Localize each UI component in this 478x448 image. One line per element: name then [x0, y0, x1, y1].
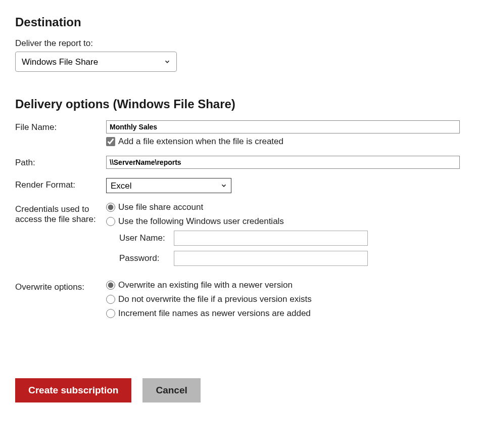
- overwrite-cell: Overwrite an existing file with a newer …: [106, 280, 463, 323]
- no-overwrite-radio-label[interactable]: Do not overwrite the file if a previous …: [118, 294, 312, 304]
- overwrite-radio-overwrite: Overwrite an existing file with a newer …: [106, 280, 463, 290]
- windows-creds-fields: User Name: Password:: [119, 231, 463, 266]
- render-format-label: Render Format:: [15, 178, 101, 190]
- password-row: Password:: [119, 251, 463, 266]
- destination-section: Destination Deliver the report to: Windo…: [15, 15, 463, 72]
- destination-heading: Destination: [15, 15, 463, 29]
- file-name-input[interactable]: [106, 120, 460, 133]
- render-format-cell: Excel: [106, 178, 463, 193]
- increment-radio-label[interactable]: Increment file names as newer versions a…: [118, 308, 311, 319]
- overwrite-radio[interactable]: [106, 281, 115, 290]
- path-cell: [106, 156, 463, 169]
- use-windows-creds-label[interactable]: Use the following Windows user credentia…: [118, 216, 284, 227]
- delivery-form: File Name: Add a file extension when the…: [15, 120, 463, 323]
- overwrite-radio-increment: Increment file names as newer versions a…: [106, 308, 463, 319]
- cancel-button[interactable]: Cancel: [142, 378, 200, 402]
- overwrite-radio-no-overwrite: Do not overwrite the file if a previous …: [106, 294, 463, 304]
- path-label: Path:: [15, 156, 101, 168]
- credentials-label: Credentials used to access the file shar…: [15, 202, 101, 225]
- delivery-options-section: Delivery options (Windows File Share) Fi…: [15, 97, 463, 323]
- increment-radio[interactable]: [106, 309, 115, 318]
- credentials-radio-share: Use file share account: [106, 202, 463, 212]
- file-name-cell: Add a file extension when the file is cr…: [106, 120, 463, 147]
- password-input[interactable]: [174, 251, 368, 266]
- password-label: Password:: [119, 253, 174, 263]
- no-overwrite-radio[interactable]: [106, 295, 115, 304]
- add-extension-label[interactable]: Add a file extension when the file is cr…: [118, 137, 283, 147]
- render-format-select[interactable]: Excel: [106, 178, 231, 193]
- use-windows-creds-radio[interactable]: [106, 217, 115, 226]
- credentials-radio-windows: Use the following Windows user credentia…: [106, 216, 463, 227]
- use-share-account-radio[interactable]: [106, 203, 115, 212]
- credentials-cell: Use file share account Use the following…: [106, 202, 463, 271]
- user-name-input[interactable]: [174, 231, 368, 246]
- use-share-account-label[interactable]: Use file share account: [118, 202, 203, 212]
- destination-select[interactable]: Windows File Share: [15, 52, 177, 72]
- user-name-row: User Name:: [119, 231, 463, 246]
- delivery-heading: Delivery options (Windows File Share): [15, 97, 463, 111]
- overwrite-label: Overwrite options:: [15, 280, 101, 292]
- path-input[interactable]: [106, 156, 460, 169]
- overwrite-radio-label[interactable]: Overwrite an existing file with a newer …: [118, 280, 293, 290]
- add-extension-checkbox[interactable]: [106, 137, 115, 146]
- render-format-select-wrap: Excel: [106, 178, 231, 193]
- user-name-label: User Name:: [119, 233, 174, 243]
- file-name-label: File Name:: [15, 120, 101, 132]
- deliver-to-label: Deliver the report to:: [15, 38, 463, 49]
- add-extension-row: Add a file extension when the file is cr…: [106, 137, 463, 147]
- destination-select-wrap: Windows File Share: [15, 52, 177, 72]
- button-row: Create subscription Cancel: [15, 378, 463, 402]
- create-subscription-button[interactable]: Create subscription: [15, 378, 131, 402]
